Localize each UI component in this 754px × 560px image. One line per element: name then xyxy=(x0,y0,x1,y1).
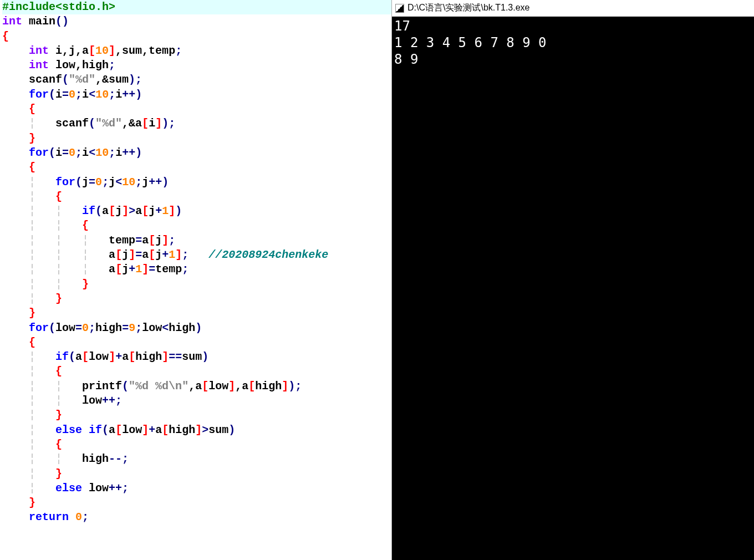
code-line: ¦ else low++; xyxy=(2,481,391,496)
code-line: { xyxy=(2,160,391,175)
console-titlebar[interactable]: D:\C语言\实验测试\bk.T1.3.exe xyxy=(392,0,754,17)
code-line: ¦ } xyxy=(2,408,391,422)
code-line: ¦ ¦ low++; xyxy=(2,394,391,408)
code-line: ¦ } xyxy=(2,467,391,481)
console-title: D:\C语言\实验测试\bk.T1.3.exe xyxy=(407,2,530,14)
code-line: ¦ ¦ ¦ a[j+1]=temp; xyxy=(2,262,391,277)
code-line: ¦ for(j=0;j<10;j++) xyxy=(2,175,391,190)
code-line: for(i=0;i<10;i++) xyxy=(2,88,391,102)
code-line: scanf("%d",&sum); xyxy=(2,73,391,87)
code-line: ¦ ¦ if(a[j]>a[j+1]) xyxy=(2,204,391,218)
code-line: for(i=0;i<10;i++) xyxy=(2,146,391,160)
code-line: ¦ { xyxy=(2,437,391,452)
app-icon xyxy=(395,4,404,13)
code-line: ¦ ¦ } xyxy=(2,277,391,292)
code-comment: //20208924chenkeke xyxy=(208,248,328,261)
code-line: int main() xyxy=(2,14,391,29)
code-line: ¦ ¦ { xyxy=(2,218,391,233)
code-line: } xyxy=(2,131,391,146)
code-line: ¦ { xyxy=(2,364,391,379)
code-line: ¦ } xyxy=(2,292,391,306)
code-line: ¦ ¦ high--; xyxy=(2,452,391,466)
code-line: for(low=0;high=9;low<high) xyxy=(2,321,391,335)
code-editor[interactable]: #include<stdio.h> int main() { int i,j,a… xyxy=(0,0,391,560)
code-line: return 0; xyxy=(2,510,391,525)
code-line: } xyxy=(2,306,391,320)
code-line: } xyxy=(2,496,391,510)
code-line: ¦ ¦ ¦ a[j]=a[j+1]; //20208924chenkeke xyxy=(2,248,391,262)
code-line: ¦ { xyxy=(2,190,391,204)
code-line: ¦ else if(a[low]+a[high]>sum) xyxy=(2,423,391,437)
code-line: ¦ scanf("%d",&a[i]); xyxy=(2,116,391,131)
console-window: D:\C语言\实验测试\bk.T1.3.exe 17 1 2 3 4 5 6 7… xyxy=(391,0,754,560)
code-line: #include<stdio.h> xyxy=(2,0,391,14)
console-output[interactable]: 17 1 2 3 4 5 6 7 8 9 0 8 9 xyxy=(392,17,754,560)
code-line: ¦ if(a[low]+a[high]==sum) xyxy=(2,350,391,364)
preproc-include: #include<stdio.h> xyxy=(2,1,115,13)
code-line: int low,high; xyxy=(2,58,391,73)
code-line: ¦ ¦ ¦ temp=a[j]; xyxy=(2,233,391,248)
code-line: ¦ ¦ printf("%d %d\n",a[low],a[high]); xyxy=(2,379,391,394)
code-line: { xyxy=(2,102,391,116)
console-line: 17 xyxy=(394,18,410,34)
console-line: 1 2 3 4 5 6 7 8 9 0 xyxy=(394,35,547,50)
console-line: 8 9 xyxy=(394,52,418,67)
code-line: { xyxy=(2,29,391,44)
code-line: int i,j,a[10],sum,temp; xyxy=(2,44,391,58)
code-line: { xyxy=(2,335,391,350)
